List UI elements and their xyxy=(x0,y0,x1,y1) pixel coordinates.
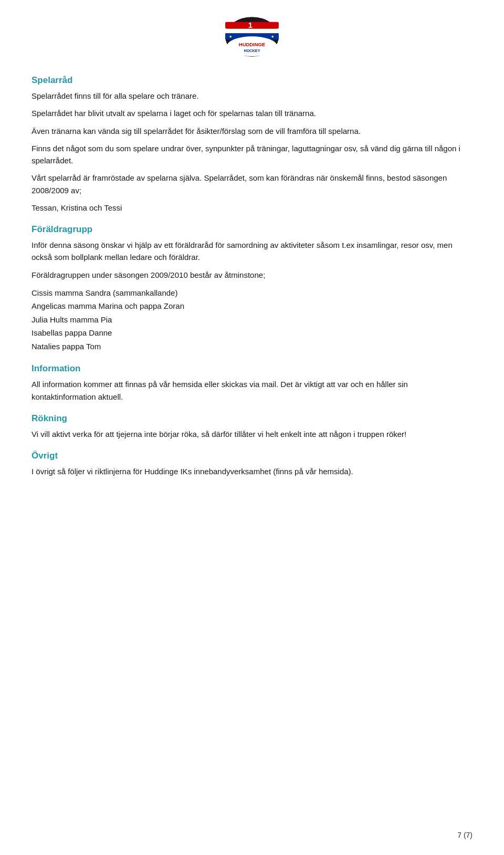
page-number: 7 (7) xyxy=(457,831,472,839)
svg-text:HOCKEY: HOCKEY xyxy=(244,48,260,53)
spelarrad-para-5: Vårt spelarråd är framröstade av spelarn… xyxy=(32,172,472,196)
svg-text:★: ★ xyxy=(229,34,232,39)
huddinge-hockey-logo: ★ ★ 1 HUDDINGE HOCKEY xyxy=(220,16,284,58)
section-ovrigt: Övrigt I övrigt så följer vi riktlinjern… xyxy=(32,451,472,477)
foraldragrupp-para-2: Föräldragruppen under säsongen 2009/2010… xyxy=(32,269,472,281)
heading-ovrigt: Övrigt xyxy=(32,451,472,461)
information-para-1: All information kommer att finnas på vår… xyxy=(32,378,472,403)
spelarrad-para-1: Spelarrådet finns till för alla spelare … xyxy=(32,90,472,102)
spelarrad-names: Tessan, Kristina och Tessi xyxy=(32,202,472,214)
section-foraldragrupp: Föräldragrupp Inför denna säsong önskar … xyxy=(32,224,472,353)
logo-container: ★ ★ 1 HUDDINGE HOCKEY xyxy=(32,16,472,59)
foraldragrupp-para-1: Inför denna säsong önskar vi hjälp av et… xyxy=(32,239,472,264)
name-1: Cissis mamma Sandra (sammankallande) xyxy=(32,286,472,300)
section-rokning: Rökning Vi vill aktivt verka för att tje… xyxy=(32,413,472,440)
name-3: Julia Hults mamma Pia xyxy=(32,313,472,327)
svg-text:★: ★ xyxy=(271,34,274,39)
spelarrad-para-4: Finns det något som du som spelare undra… xyxy=(32,142,472,167)
name-5: Natalies pappa Tom xyxy=(32,340,472,353)
svg-text:1: 1 xyxy=(248,21,253,29)
name-4: Isabellas pappa Danne xyxy=(32,326,472,340)
page-container: ★ ★ 1 HUDDINGE HOCKEY Spelarråd Spelarrå… xyxy=(0,0,504,855)
heading-foraldragrupp: Föräldragrupp xyxy=(32,224,472,235)
name-2: Angelicas mamma Marina och pappa Zoran xyxy=(32,299,472,313)
heading-rokning: Rökning xyxy=(32,413,472,424)
section-spelarrad: Spelarråd Spelarrådet finns till för all… xyxy=(32,75,472,214)
ovrigt-para-1: I övrigt så följer vi riktlinjerna för H… xyxy=(32,465,472,477)
section-information: Information All information kommer att f… xyxy=(32,363,472,403)
rokning-para-1: Vi vill aktivt verka för att tjejerna in… xyxy=(32,428,472,440)
spelarrad-para-3: Även tränarna kan vända sig till spelarr… xyxy=(32,125,472,137)
heading-information: Information xyxy=(32,363,472,374)
foraldragrupp-names: Cissis mamma Sandra (sammankallande) Ang… xyxy=(32,286,472,353)
svg-text:HUDDINGE: HUDDINGE xyxy=(239,41,265,47)
spelarrad-para-2: Spelarrådet har blivit utvalt av spelarn… xyxy=(32,107,472,119)
heading-spelarrad: Spelarråd xyxy=(32,75,472,86)
